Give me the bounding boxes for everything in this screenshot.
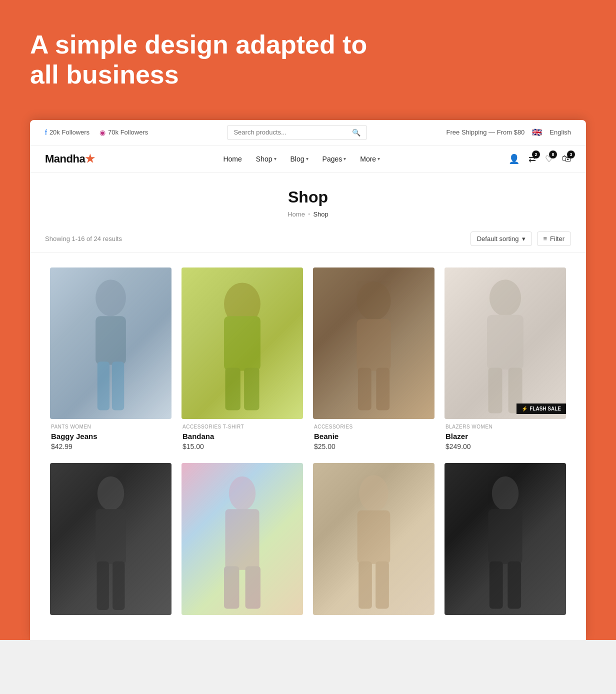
svg-point-8 — [356, 282, 390, 320]
svg-point-20 — [229, 476, 256, 510]
pages-chevron-icon: ▾ — [344, 156, 346, 162]
results-text: Showing 1-16 of 24 results — [45, 235, 122, 242]
product-price-4: $249.00 — [446, 442, 565, 450]
product-name-2[interactable]: Bandana — [182, 432, 302, 440]
product-image-wrap-5[interactable] — [50, 463, 172, 615]
product-image-4 — [444, 268, 566, 420]
product-image-2 — [182, 268, 303, 420]
product-image-wrap-3[interactable] — [313, 268, 434, 420]
nav-label-shop: Shop — [256, 155, 272, 163]
shipping-text: Free Shipping — From $80 — [446, 128, 525, 136]
svg-rect-27 — [376, 562, 389, 609]
compare-badge: 2 — [532, 150, 540, 158]
product-image-1 — [50, 268, 172, 420]
site-logo[interactable]: Mandha★ — [45, 152, 95, 166]
svg-point-0 — [96, 280, 126, 316]
product-image-wrap-1[interactable] — [50, 268, 172, 420]
svg-rect-22 — [224, 566, 239, 609]
facebook-followers: f 20k Followers — [45, 128, 90, 136]
toolbar-right: Default sorting ▾ ≡ Filter — [470, 232, 571, 246]
sort-chevron-icon: ▾ — [522, 235, 526, 242]
breadcrumb-home[interactable]: Home — [288, 210, 305, 218]
wishlist-icon-wrap[interactable]: ♡ 8 — [545, 154, 553, 164]
product-info-3: ACCESSORIES Beanie $25.00 — [313, 419, 434, 453]
nav-item-shop[interactable]: Shop ▾ — [256, 155, 276, 163]
svg-rect-10 — [358, 368, 372, 410]
compare-icon-wrap[interactable]: ⇄ 2 — [528, 154, 536, 164]
product-card-5 — [45, 458, 176, 630]
search-icon: 🔍 — [352, 128, 360, 136]
product-info-7 — [313, 615, 434, 625]
shop-chevron-icon: ▾ — [274, 156, 276, 162]
site-wrapper: f 20k Followers ◉ 70k Followers 🔍 Free S… — [30, 120, 586, 640]
svg-rect-25 — [358, 510, 390, 564]
more-chevron-icon: ▾ — [378, 156, 380, 162]
product-price-1: $42.99 — [51, 442, 170, 450]
svg-point-12 — [490, 280, 521, 316]
sort-dropdown[interactable]: Default sorting ▾ — [470, 232, 532, 246]
product-image-wrap-7[interactable] — [313, 463, 434, 615]
product-card-6 — [176, 458, 308, 630]
product-image-wrap-2[interactable] — [182, 268, 303, 420]
svg-rect-31 — [508, 562, 521, 609]
filter-icon: ≡ — [544, 235, 548, 242]
hero-section: A simple design adapted to all business … — [0, 0, 616, 640]
svg-rect-5 — [224, 316, 260, 370]
product-info-6 — [182, 615, 303, 625]
nav-item-blog[interactable]: Blog ▾ — [290, 155, 308, 163]
logo-star: ★ — [85, 152, 95, 165]
user-icon-wrap[interactable]: 👤 — [508, 154, 520, 164]
svg-rect-26 — [358, 562, 372, 609]
shop-toolbar: Showing 1-16 of 24 results Default sorti… — [30, 226, 586, 252]
nav-label-blog: Blog — [290, 155, 304, 163]
language-label: English — [550, 128, 571, 136]
product-info-2: ACCESSORIES T-SHIRT Bandana $15.00 — [182, 419, 303, 453]
svg-point-24 — [359, 476, 388, 512]
product-image-wrap-6[interactable] — [182, 463, 303, 615]
instagram-count: 70k Followers — [108, 128, 148, 136]
top-bar-right: Free Shipping — From $80 🇬🇧 English — [446, 128, 571, 137]
search-input[interactable] — [234, 128, 348, 136]
product-name-3[interactable]: Beanie — [314, 432, 434, 440]
product-image-3 — [313, 268, 434, 420]
product-image-wrap-4[interactable]: ⚡ FLASH SALE — [444, 268, 566, 420]
svg-rect-18 — [97, 562, 109, 610]
hero-title: A simple design adapted to all business — [30, 30, 380, 90]
svg-rect-30 — [490, 562, 503, 609]
product-name-1[interactable]: Baggy Jeans — [51, 432, 170, 440]
nav-item-more[interactable]: More ▾ — [360, 155, 380, 163]
top-bar: f 20k Followers ◉ 70k Followers 🔍 Free S… — [30, 120, 586, 146]
facebook-icon: f — [45, 128, 47, 136]
breadcrumb-separator: • — [308, 210, 310, 218]
search-bar[interactable]: 🔍 — [227, 125, 367, 140]
shop-header: Shop Home • Shop — [30, 173, 586, 226]
nav-item-pages[interactable]: Pages ▾ — [322, 155, 346, 163]
product-tags-2: ACCESSORIES T-SHIRT — [182, 424, 302, 430]
svg-rect-2 — [98, 362, 110, 410]
nav-icons: 👤 ⇄ 2 ♡ 8 🛍 3 — [508, 154, 571, 164]
flash-sale-text: FLASH SALE — [530, 406, 561, 412]
filter-label: Filter — [550, 235, 564, 242]
svg-rect-17 — [96, 510, 126, 564]
product-name-4[interactable]: Blazer — [446, 432, 565, 440]
product-card-3: ACCESSORIES Beanie $25.00 — [308, 262, 440, 458]
svg-rect-19 — [112, 562, 124, 610]
product-info-1: PANTS WOMEN Baggy Jeans $42.99 — [50, 419, 172, 453]
product-tags-4: BLAZERS WOMEN — [446, 424, 565, 430]
breadcrumb: Home • Shop — [40, 210, 576, 218]
shop-page-title: Shop — [40, 188, 576, 206]
product-info-4: BLAZERS WOMEN Blazer $249.00 — [444, 419, 566, 453]
nav-label-home: Home — [223, 155, 242, 163]
nav-links: Home Shop ▾ Blog ▾ Pages ▾ More ▾ — [223, 155, 380, 163]
product-card-1: PANTS WOMEN Baggy Jeans $42.99 — [45, 262, 176, 458]
product-grid: PANTS WOMEN Baggy Jeans $42.99 — [30, 252, 586, 640]
nav-item-home[interactable]: Home — [223, 155, 242, 163]
product-card-8 — [440, 458, 571, 630]
product-card-7 — [308, 458, 440, 630]
product-image-wrap-8[interactable] — [444, 463, 566, 615]
filter-button[interactable]: ≡ Filter — [537, 232, 571, 246]
svg-rect-1 — [96, 316, 126, 364]
blog-chevron-icon: ▾ — [306, 156, 308, 162]
product-tags-1: PANTS WOMEN — [51, 424, 170, 430]
cart-icon-wrap[interactable]: 🛍 3 — [562, 154, 571, 164]
